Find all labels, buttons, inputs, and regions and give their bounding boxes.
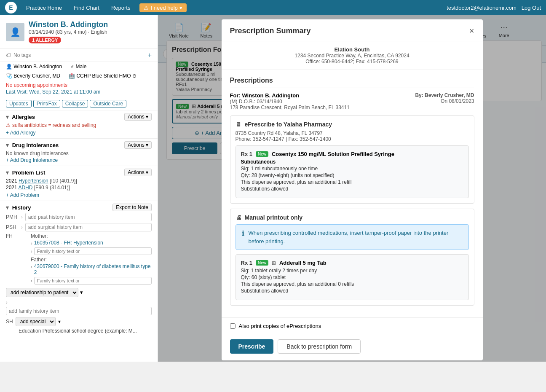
outside-care-button[interactable]: Outside Care	[90, 100, 126, 107]
modal-back-button[interactable]: Back to prescription form	[278, 339, 361, 354]
sh-education-label: Education	[19, 328, 41, 334]
main-layout: 👤 Winston B. Addington 03/14/1940 (83 yr…	[0, 15, 546, 362]
no-tags-label: No tags	[13, 52, 31, 58]
fh-mother-item[interactable]: 160357008 - FH: Hypertension	[34, 240, 103, 246]
printer-icon: 🖨	[236, 214, 241, 221]
clinic-name: Elation South	[230, 46, 474, 53]
fh-mother-row: Mother: › 160357008 - FH: Hypertension ›	[31, 233, 152, 255]
rx-for-left: For: Winston B. Addington (M) D.O.B.: 03…	[230, 92, 350, 110]
add-tag-button[interactable]: +	[148, 51, 152, 59]
chevron-down-icon: ▾	[179, 5, 182, 11]
nav-reports[interactable]: Reports	[109, 3, 133, 13]
fh-row: FH Mother: › 160357008 - FH: Hypertensio…	[6, 233, 152, 285]
stethoscope-icon: 🩺	[6, 73, 12, 79]
fh-mother-text-input[interactable]	[34, 247, 152, 255]
problem-list-title: ▾ Problem List	[6, 169, 45, 176]
expand-icon-father-text: ›	[31, 278, 32, 283]
allergies-section: ▾ Allergies Actions ▾ ⚠ sulfa antibiotic…	[0, 110, 158, 138]
fh-content: Mother: › 160357008 - FH: Hypertension ›	[31, 233, 152, 285]
problem-link-1[interactable]: Hypertension	[19, 178, 48, 184]
modal-footer: Prescribe Back to prescription form	[222, 334, 483, 360]
fh-section: FH Mother: › 160357008 - FH: Hypertensio…	[6, 233, 152, 285]
collapse-arrow-pl[interactable]: ▾	[6, 169, 9, 176]
patient-dob: 03/14/1940 (83 yrs, 4 mo) · English	[29, 29, 108, 35]
drug-intolerances-actions-button[interactable]: Actions ▾	[124, 141, 152, 149]
fh-father-text-input[interactable]	[34, 277, 152, 285]
history-section: ▾ History Export to Note PMH › PSH › F	[0, 201, 158, 336]
manual-rx-new-badge: New	[256, 260, 268, 266]
add-relationship-row: add relationship to patient Mother Fathe…	[6, 286, 152, 297]
fh-mother-item-row: › 160357008 - FH: Hypertension	[31, 240, 152, 247]
patient-gender: ♂ Male	[70, 64, 86, 70]
print-copies-checkbox[interactable]	[230, 323, 236, 329]
dropdown-arrow-pl: ▾	[146, 169, 148, 175]
nav-find-chart[interactable]: Find Chart	[71, 3, 102, 13]
rx-for-by-row: For: Winston B. Addington (M) D.O.B.: 03…	[230, 92, 474, 110]
fh-father-row: Father: › 430679000 - Family history of …	[31, 257, 152, 285]
allergies-actions-button[interactable]: Actions ▾	[124, 113, 152, 121]
chevron-down-sh: ▾	[58, 319, 61, 325]
user-email[interactable]: testdoctor2@elationemr.com	[447, 5, 517, 11]
rx-sig-1: Sig: 1 ml subcutaneously one time	[241, 166, 463, 172]
rx-drug-name-1: Cosentyx 150 mg/ML Solution Prefilled Sy…	[272, 151, 394, 157]
problem-link-2[interactable]: ADHD	[18, 185, 32, 191]
fh-father-item[interactable]: 430679000 - Family history of diabetes m…	[34, 263, 152, 275]
collapse-arrow[interactable]: ▾	[6, 114, 9, 120]
gender-icon: ♂	[70, 64, 74, 70]
manual-rx-qty: Qty: 60 (sixty) tablet	[241, 274, 463, 280]
person-icon: 👤	[6, 64, 12, 70]
patient-name-detail: 👤 Winston B. Addington	[6, 64, 62, 70]
info-circle[interactable]: ⊖	[132, 73, 136, 79]
allergies-title: ▾ Allergies	[6, 114, 35, 120]
modal-close-button[interactable]: ×	[469, 26, 474, 36]
psh-input[interactable]	[25, 223, 152, 231]
pharmacy-icon: 🖥	[236, 121, 241, 128]
rx-on: On 08/01/2023	[415, 98, 474, 104]
manual-section: 🖨 Manual printout only ℹ When prescribin…	[230, 209, 474, 306]
sh-row: SH add special ▾	[6, 317, 152, 326]
logout-button[interactable]: Log Out	[522, 5, 541, 11]
help-button[interactable]: ⚠ I need help ▾	[139, 3, 186, 12]
top-nav-right: testdoctor2@elationemr.com Log Out	[447, 5, 541, 11]
tags-row: 🏷 No tags +	[0, 49, 158, 62]
dropdown-arrow: ▾	[146, 114, 148, 120]
print-fax-button[interactable]: Print/Fax	[33, 100, 60, 107]
sh-label: SH	[6, 319, 13, 325]
rx-card-header: Rx 1 New Cosentyx 150 mg/ML Solution Pre…	[241, 151, 463, 157]
patient-info: Winston B. Addington 03/14/1940 (83 yrs,…	[29, 20, 108, 43]
pharmacy-header: 🖥 ePrescribe to Yalaha Pharmacy	[236, 121, 469, 128]
export-to-note-button[interactable]: Export to Note	[112, 204, 152, 211]
add-relationship-select[interactable]: add relationship to patient Mother Fathe…	[6, 288, 78, 297]
manual-rx-sig: Sig: 1 tablet orally 2 times per day	[241, 268, 463, 274]
no-drug-intolerances: No known drug intolerances	[6, 150, 152, 156]
pmh-input[interactable]	[25, 213, 152, 221]
modal-overlay: Prescription Summary × Elation South 123…	[158, 15, 546, 362]
info-icon: ℹ	[242, 229, 244, 237]
collapse-arrow-h[interactable]: ▾	[6, 204, 9, 211]
rx-for-right: By: Beverly Crusher, MD On 08/01/2023	[415, 92, 474, 110]
allergy-icon: ⚠	[6, 122, 11, 128]
add-family-history-input[interactable]	[6, 307, 152, 315]
collapse-button[interactable]: Collapse	[62, 100, 88, 107]
manual-rx-card-header: Rx 1 New ⊞ Adderall 5 mg Tab	[241, 260, 463, 266]
pharmacy-phone: Phone: 352-547-1247 | Fax: 352-547-1400	[236, 136, 469, 142]
nav-practice-home[interactable]: Practice Home	[24, 3, 64, 13]
expand-icon: ›	[21, 215, 23, 220]
problem-list-actions-button[interactable]: Actions ▾	[124, 169, 152, 176]
collapse-arrow-di[interactable]: ▾	[6, 142, 9, 148]
add-problem-button[interactable]: + Add Problem	[6, 192, 39, 198]
allergy-badge: 1 ALLERGY	[29, 37, 61, 43]
add-drug-intolerance-button[interactable]: + Add Drug Intolerance	[6, 157, 58, 163]
app-logo[interactable]: E	[5, 2, 17, 13]
modal-prescribe-button[interactable]: Prescribe	[230, 339, 274, 354]
sh-select[interactable]: add special	[16, 317, 56, 326]
avatar: 👤	[6, 23, 24, 41]
eprescribe-section: 🖥 ePrescribe to Yalaha Pharmacy 8735 Cou…	[230, 115, 474, 204]
updates-button[interactable]: Updates	[6, 100, 32, 107]
add-allergy-button[interactable]: + Add Allergy	[6, 130, 35, 136]
rx-dispense-1: This dispense approved, plus an addition…	[241, 179, 463, 185]
center-content: 📄 Visit Note 📝 Notes ✉ Msg 💊 Rx 📋 Orders…	[158, 15, 546, 362]
pmh-row: PMH ›	[6, 213, 152, 221]
warning-icon: ⚠	[144, 5, 149, 11]
sidebar: 👤 Winston B. Addington 03/14/1940 (83 yr…	[0, 15, 158, 362]
